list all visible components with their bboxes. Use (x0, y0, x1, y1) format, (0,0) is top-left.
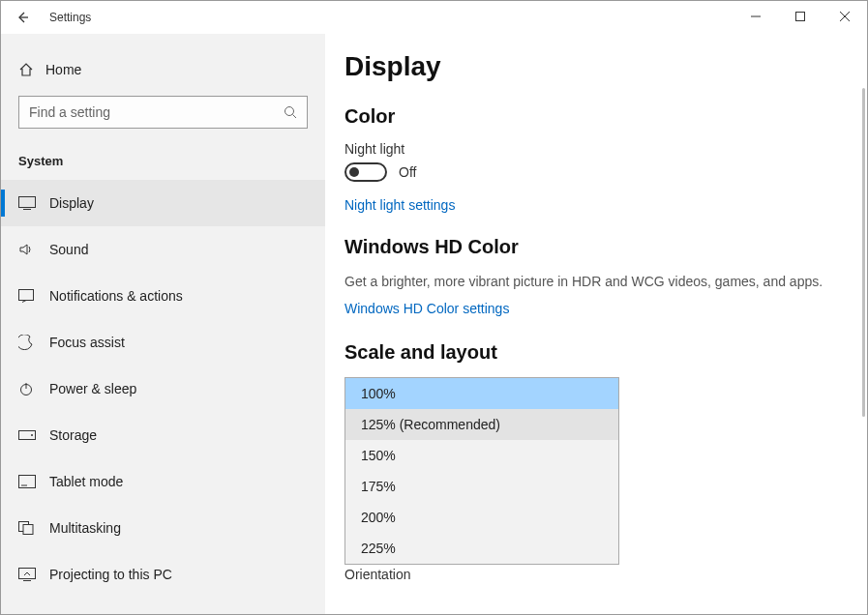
window-title: Settings (49, 11, 91, 24)
hd-color-settings-link[interactable]: Windows HD Color settings (344, 301, 828, 316)
section-heading-hd-color: Windows HD Color (344, 236, 828, 258)
multitasking-icon (18, 521, 34, 535)
svg-rect-10 (19, 569, 36, 579)
close-button[interactable] (823, 1, 867, 32)
display-icon (18, 196, 36, 210)
search-box[interactable] (18, 96, 308, 129)
sidebar-item-label: Multitasking (49, 520, 121, 536)
sidebar-item-label: Notifications & actions (49, 288, 183, 304)
svg-point-6 (31, 434, 33, 436)
svg-rect-3 (19, 290, 34, 301)
night-light-toggle[interactable] (344, 162, 387, 182)
sidebar-item-tablet-mode[interactable]: Tablet mode (1, 458, 325, 505)
scale-option-225[interactable]: 225% (345, 533, 618, 564)
scrollbar[interactable] (862, 88, 865, 417)
minimize-icon (751, 12, 761, 21)
svg-rect-0 (796, 13, 805, 21)
section-heading-scale: Scale and layout (344, 341, 828, 364)
minimize-button[interactable] (733, 1, 778, 32)
close-icon (840, 12, 850, 21)
search-input[interactable] (29, 104, 284, 120)
scale-option-175[interactable]: 175% (345, 471, 618, 502)
tablet-icon (18, 475, 36, 488)
sidebar-item-label: Tablet mode (49, 474, 123, 489)
svg-rect-7 (19, 476, 36, 488)
maximize-button[interactable] (778, 1, 823, 32)
sidebar-item-label: Projecting to this PC (49, 567, 172, 582)
sound-icon (18, 242, 34, 257)
svg-rect-9 (23, 525, 33, 535)
night-light-label: Night light (344, 141, 828, 157)
search-icon (284, 105, 297, 119)
power-icon (18, 381, 34, 396)
svg-point-1 (285, 107, 294, 116)
sidebar-item-label: Sound (49, 242, 88, 257)
back-button[interactable] (1, 1, 44, 34)
sidebar-item-sound[interactable]: Sound (1, 226, 325, 273)
projecting-icon (18, 568, 36, 581)
hd-color-description: Get a brighter, more vibrant picture in … (344, 272, 828, 291)
notifications-icon (18, 289, 34, 303)
scale-option-150[interactable]: 150% (345, 440, 618, 471)
home-nav[interactable]: Home (1, 51, 325, 88)
scale-option-125[interactable]: 125% (Recommended) (345, 409, 618, 440)
page-title: Display (344, 51, 828, 82)
night-light-state: Off (399, 164, 416, 180)
sidebar-item-label: Power & sleep (49, 381, 136, 396)
arrow-left-icon (15, 10, 30, 25)
storage-icon (18, 430, 36, 440)
scale-dropdown-open[interactable]: 100% 125% (Recommended) 150% 175% 200% 2… (344, 377, 619, 565)
sidebar-item-label: Storage (49, 427, 97, 443)
sidebar-item-label: Focus assist (49, 335, 125, 350)
focus-assist-icon (18, 335, 34, 350)
scale-option-200[interactable]: 200% (345, 502, 618, 533)
section-heading-color: Color (344, 105, 828, 128)
section-heading-system: System (1, 129, 325, 180)
orientation-label-cut: Orientation (344, 567, 828, 582)
sidebar: Home System Display Sound Notifications … (1, 34, 325, 614)
sidebar-item-storage[interactable]: Storage (1, 412, 325, 458)
sidebar-item-multitasking[interactable]: Multitasking (1, 505, 325, 551)
home-label: Home (45, 62, 81, 77)
night-light-settings-link[interactable]: Night light settings (344, 197, 828, 213)
window-controls (733, 1, 867, 32)
sidebar-item-focus-assist[interactable]: Focus assist (1, 319, 325, 366)
sidebar-item-notifications[interactable]: Notifications & actions (1, 273, 325, 319)
svg-rect-2 (19, 197, 36, 208)
main-panel: Display Color Night light Off Night ligh… (325, 34, 867, 614)
maximize-icon (795, 12, 805, 21)
sidebar-item-projecting[interactable]: Projecting to this PC (1, 551, 325, 598)
home-icon (18, 62, 34, 77)
sidebar-item-power-sleep[interactable]: Power & sleep (1, 366, 325, 412)
scale-option-100[interactable]: 100% (345, 378, 618, 409)
sidebar-item-label: Display (49, 195, 94, 211)
titlebar: Settings (1, 1, 867, 34)
sidebar-item-display[interactable]: Display (1, 180, 325, 226)
